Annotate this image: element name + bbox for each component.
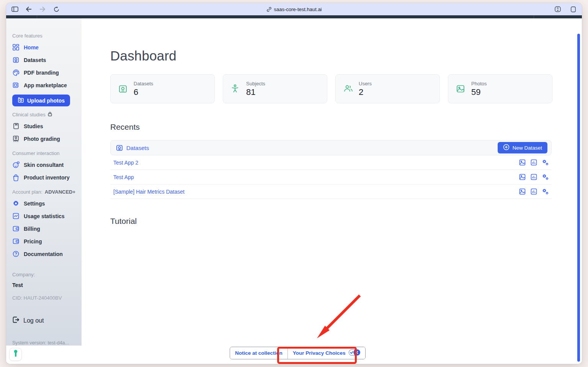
settings-gears-icon[interactable] <box>542 159 549 166</box>
logout-label: Log out <box>23 317 44 324</box>
person-icon <box>231 84 240 93</box>
sidebar-item-skin-consultant[interactable]: Skin consultant <box>12 158 76 171</box>
sidebar-item-label: PDF branding <box>24 70 59 76</box>
stat-label: Subjects <box>246 81 265 86</box>
page-settings-icon[interactable] <box>553 5 563 13</box>
section-consumer-interaction: Consumer interaction <box>12 150 76 156</box>
account-plan: Account plan: ADVANCED+ <box>12 189 76 195</box>
sidebar-item-pricing[interactable]: Pricing <box>12 235 76 248</box>
sidebar: Core features Home Datasets <box>6 18 82 346</box>
settings-gears-icon[interactable] <box>542 174 549 180</box>
table-row: Test App <box>110 170 552 184</box>
sidebar-item-product-inventory[interactable]: Product inventory <box>12 171 76 184</box>
stat-value: 2 <box>359 87 372 97</box>
sidebar-item-photo-grading[interactable]: Photo grading <box>12 132 76 145</box>
password-key-button[interactable] <box>9 348 22 361</box>
studies-icon <box>12 122 20 130</box>
sidebar-item-label: Usage statistics <box>24 213 65 219</box>
sidebar-item-usage-statistics[interactable]: Usage statistics <box>12 210 76 222</box>
upload-photos-label: Upload photos <box>27 98 65 104</box>
dataset-icon <box>12 56 20 64</box>
company-name: Test <box>12 282 76 288</box>
sidebar-item-documentation[interactable]: Documentation <box>12 248 76 260</box>
company-label: Company: <box>12 272 76 277</box>
new-dataset-label: New Dataset <box>513 145 542 151</box>
statistics-icon[interactable] <box>531 174 537 180</box>
datasets-group-link[interactable]: Datasets <box>116 144 149 151</box>
main-content: Dashboard Datasets 6 <box>82 18 582 364</box>
logout-icon <box>12 316 20 325</box>
back-icon[interactable] <box>24 5 34 13</box>
photos-icon[interactable] <box>519 174 526 180</box>
question-circle-icon <box>12 250 20 258</box>
stat-label: Users <box>359 81 372 86</box>
sidebar-item-billing[interactable]: Billing <box>12 222 76 235</box>
page-title: Dashboard <box>110 48 582 64</box>
dataset-link[interactable]: [Sample] Hair Metrics Dataset <box>113 189 185 195</box>
users-icon <box>343 84 353 93</box>
wallet-icon <box>12 238 20 245</box>
new-dataset-button[interactable]: New Dataset <box>498 142 547 153</box>
statistics-icon[interactable] <box>531 188 537 195</box>
table-row: [Sample] Hair Metrics Dataset <box>110 184 552 199</box>
reload-icon[interactable] <box>51 5 61 13</box>
chip-icon <box>12 82 20 89</box>
stat-value: 59 <box>471 87 487 97</box>
face-chat-icon <box>12 161 20 168</box>
stat-card-subjects: Subjects 81 <box>223 74 327 103</box>
section-clinical-studies: Clinical studies <box>12 112 76 117</box>
dataset-link[interactable]: Test App <box>113 174 134 180</box>
sidebar-item-label: Settings <box>24 201 45 207</box>
key-icon <box>13 350 18 359</box>
sidebar-item-label: Documentation <box>24 251 63 257</box>
lock-icon <box>48 112 52 117</box>
browser-toolbar: saas-core-test.haut.ai <box>6 3 582 15</box>
stat-card-users: Users 2 <box>335 74 440 103</box>
upload-photos-button[interactable]: Upload photos <box>12 95 70 106</box>
notice-label: Notice at collection <box>235 350 283 356</box>
photos-icon[interactable] <box>519 159 526 166</box>
section-core-features: Core features <box>12 33 76 39</box>
new-tab-icon[interactable] <box>568 5 578 13</box>
sidebar-item-datasets[interactable]: Datasets <box>12 54 76 66</box>
sidebar-item-label: App marketplace <box>24 82 67 88</box>
logout-button[interactable]: Log out <box>12 316 76 325</box>
photos-icon[interactable] <box>519 188 526 195</box>
stat-value: 6 <box>134 87 153 97</box>
image-icon <box>456 84 465 93</box>
sidebar-item-label: Product inventory <box>24 175 70 181</box>
camera-plus-icon <box>18 97 24 104</box>
sidebar-toggle-icon[interactable] <box>10 5 20 13</box>
url-text: saas-core-test.haut.ai <box>274 7 322 12</box>
sidebar-item-studies[interactable]: Studies <box>12 120 76 132</box>
sidebar-item-label: Pricing <box>24 238 42 245</box>
sidebar-item-label: Skin consultant <box>24 162 64 168</box>
statistics-icon[interactable] <box>531 159 537 166</box>
wallet-icon <box>12 225 20 232</box>
stats-row: Datasets 6 Subjects 81 <box>110 74 582 103</box>
link-icon <box>266 5 271 13</box>
your-privacy-choices-button[interactable]: Your Privacy Choices <box>288 347 365 359</box>
browser-window: saas-core-test.haut.ai Core features <box>6 3 582 364</box>
address-bar[interactable]: saas-core-test.haut.ai <box>266 5 322 13</box>
sidebar-item-home[interactable]: Home <box>12 41 76 54</box>
account-plan-label: Account plan: <box>12 189 42 195</box>
sidebar-item-app-marketplace[interactable]: App marketplace <box>12 79 76 91</box>
sidebar-item-label: Billing <box>24 226 40 232</box>
recents-heading: Recents <box>110 122 582 132</box>
forward-icon[interactable] <box>38 5 47 13</box>
sidebar-item-settings[interactable]: Settings <box>12 197 76 210</box>
page-scrollbar[interactable] <box>577 34 580 362</box>
recents-table-header: Datasets New Dataset <box>110 140 552 155</box>
sidebar-item-pdf-branding[interactable]: PDF branding <box>12 66 76 79</box>
privacy-footer: Notice at collection Your Privacy Choice… <box>230 347 366 359</box>
tutorial-heading: Tutorial <box>110 217 582 226</box>
datasets-group-label: Datasets <box>126 145 149 151</box>
settings-gears-icon[interactable] <box>542 188 549 195</box>
dataset-link[interactable]: Test App 2 <box>113 160 138 166</box>
privacy-label: Your Privacy Choices <box>293 350 346 356</box>
notice-at-collection-button[interactable]: Notice at collection <box>230 347 287 359</box>
system-version: System version: test-d4a... <box>12 340 76 346</box>
recents-table: Datasets New Dataset Test App 2 <box>110 140 552 199</box>
account-plan-value: ADVANCED+ <box>45 189 75 195</box>
